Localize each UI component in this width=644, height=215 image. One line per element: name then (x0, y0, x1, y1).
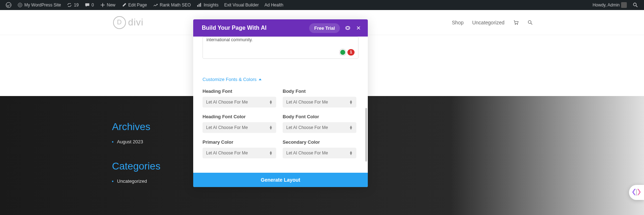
search-icon[interactable] (527, 20, 533, 25)
new-label: New (107, 3, 116, 8)
brain-icon (632, 188, 641, 197)
comments-item[interactable]: 0 (82, 0, 97, 10)
insights-label: Insights (204, 3, 218, 8)
admin-bar-left: My WordPress Site 19 0 New Edit Page Ran… (3, 0, 286, 10)
select-arrows-icon: ▲▼ (269, 151, 273, 155)
logo-circle: D (113, 16, 126, 29)
sync-count: 19 (74, 3, 78, 8)
heading-font-color-select[interactable]: Let AI Choose For Me ▲▼ (203, 122, 276, 133)
primary-color-label: Primary Color (203, 139, 276, 145)
heading-font-field: Heading Font Let AI Choose For Me ▲▼ (203, 89, 276, 108)
wp-logo-icon[interactable] (3, 0, 14, 10)
sync-item[interactable]: 19 (64, 0, 81, 10)
modal-body: international community. 1 Customize Fon… (193, 37, 368, 158)
site-name: My WordPress Site (24, 3, 61, 8)
archives-heading: Archives (112, 121, 644, 133)
exit-vb-label: Exit Visual Builder (224, 3, 259, 8)
issue-count-badge[interactable]: 1 (347, 49, 355, 55)
customize-label: Customize Fonts & Colors (203, 77, 257, 82)
svg-rect-3 (197, 5, 198, 7)
prompt-text: international community. (206, 37, 253, 42)
generate-layout-button[interactable]: Generate Layout (193, 173, 368, 187)
customize-fonts-toggle[interactable]: Customize Fonts & Colors (203, 77, 358, 82)
heading-font-select[interactable]: Let AI Choose For Me ▲▼ (203, 97, 276, 108)
select-value: Let AI Choose For Me (206, 150, 248, 156)
modal-header-actions: Free Trial (309, 23, 361, 33)
select-value: Let AI Choose For Me (206, 100, 248, 105)
rank-math-label: Rank Math SEO (160, 3, 191, 8)
divi-logo[interactable]: D divi (113, 16, 143, 29)
close-icon[interactable] (356, 25, 361, 31)
bullet-icon (112, 141, 113, 143)
svg-point-6 (633, 3, 636, 6)
secondary-color-select[interactable]: Let AI Choose For Me ▲▼ (283, 148, 356, 158)
svg-point-8 (517, 24, 518, 25)
cart-icon[interactable] (513, 20, 519, 25)
secondary-color-label: Secondary Color (283, 139, 356, 145)
svg-point-1 (18, 3, 22, 7)
exit-vb-item[interactable]: Exit Visual Builder (221, 0, 262, 10)
primary-color-select[interactable]: Let AI Choose For Me ▲▼ (203, 148, 276, 158)
body-font-label: Body Font (283, 89, 356, 94)
svg-point-7 (515, 24, 516, 25)
prompt-textarea[interactable]: international community. 1 (203, 37, 358, 59)
select-arrows-icon: ▲▼ (349, 100, 353, 104)
select-arrows-icon: ▲▼ (269, 100, 273, 104)
categories-item[interactable]: Uncategorized (112, 178, 644, 184)
body-font-field: Body Font Let AI Choose For Me ▲▼ (283, 89, 356, 108)
nav-shop[interactable]: Shop (452, 20, 464, 25)
rank-math-item[interactable]: Rank Math SEO (150, 0, 194, 10)
avatar (621, 2, 627, 8)
admin-search-icon[interactable] (630, 0, 641, 10)
bullet-icon (112, 181, 113, 182)
wp-admin-bar: My WordPress Site 19 0 New Edit Page Ran… (0, 0, 644, 10)
ai-assistant-fab[interactable] (629, 185, 644, 200)
prompt-badges: 1 (340, 49, 355, 56)
free-trial-button[interactable]: Free Trial (309, 23, 340, 33)
heading-font-color-field: Heading Font Color Let AI Choose For Me … (203, 114, 276, 133)
modal-header: Build Your Page With AI Free Trial (193, 19, 368, 37)
secondary-color-field: Secondary Color Let AI Choose For Me ▲▼ (283, 139, 356, 158)
admin-bar-right: Howdy, Admin (590, 0, 641, 10)
select-arrows-icon: ▲▼ (349, 151, 353, 155)
insights-item[interactable]: Insights (194, 0, 221, 10)
edit-page-item[interactable]: Edit Page (118, 0, 150, 10)
svg-rect-5 (200, 3, 201, 6)
svg-point-2 (19, 4, 21, 6)
new-item[interactable]: New (97, 0, 118, 10)
comments-count: 0 (92, 3, 94, 8)
heading-font-color-label: Heading Font Color (203, 114, 276, 119)
select-arrows-icon: ▲▼ (269, 125, 273, 130)
categories-item-label: Uncategorized (117, 178, 147, 184)
svg-rect-4 (199, 4, 200, 7)
modal-title: Build Your Page With AI (202, 25, 267, 31)
ad-health-label: Ad Health (264, 3, 283, 8)
site-name-link[interactable]: My WordPress Site (14, 0, 64, 10)
howdy-item[interactable]: Howdy, Admin (590, 0, 630, 10)
heading-font-label: Heading Font (203, 89, 276, 94)
select-value: Let AI Choose For Me (286, 125, 328, 130)
gear-icon[interactable] (345, 25, 351, 31)
body-font-color-select[interactable]: Let AI Choose For Me ▲▼ (283, 122, 356, 133)
howdy-label: Howdy, Admin (592, 3, 620, 8)
body-font-color-label: Body Font Color (283, 114, 356, 119)
edit-page-label: Edit Page (128, 3, 147, 8)
categories-heading: Categories (112, 161, 644, 172)
select-arrows-icon: ▲▼ (349, 125, 353, 130)
modal-scrollbar[interactable] (365, 108, 367, 162)
select-value: Let AI Choose For Me (206, 125, 248, 130)
svg-point-9 (528, 20, 531, 23)
font-color-grid: Heading Font Let AI Choose For Me ▲▼ Bod… (203, 89, 358, 158)
nav-uncategorized[interactable]: Uncategorized (472, 20, 504, 25)
header-nav: Shop Uncategorized (452, 20, 533, 25)
body-font-select[interactable]: Let AI Choose For Me ▲▼ (283, 97, 356, 108)
select-value: Let AI Choose For Me (286, 100, 328, 105)
archives-item-label: August 2023 (117, 139, 143, 144)
grammar-ok-icon[interactable] (340, 49, 346, 56)
primary-color-field: Primary Color Let AI Choose For Me ▲▼ (203, 139, 276, 158)
body-font-color-field: Body Font Color Let AI Choose For Me ▲▼ (283, 114, 356, 133)
archives-item[interactable]: August 2023 (112, 139, 644, 144)
chevron-up-icon (259, 78, 262, 80)
ad-health-item[interactable]: Ad Health (262, 0, 286, 10)
logo-text: divi (128, 17, 143, 28)
